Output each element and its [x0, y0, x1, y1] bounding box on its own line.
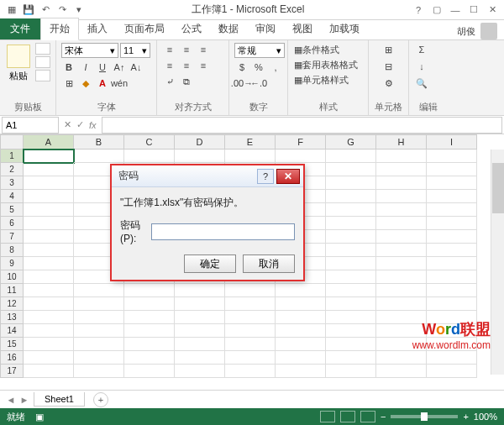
cell[interactable]: [326, 338, 376, 351]
cell[interactable]: [74, 324, 124, 338]
macro-record-icon[interactable]: ▣: [35, 412, 44, 422]
row-header[interactable]: 12: [0, 297, 24, 311]
paste-button[interactable]: 粘贴: [5, 43, 32, 84]
cancel-button[interactable]: 取消: [243, 254, 295, 273]
cell[interactable]: [376, 365, 427, 378]
cell[interactable]: [376, 257, 427, 270]
cell[interactable]: [427, 217, 477, 230]
close-icon[interactable]: ✕: [484, 3, 501, 17]
autosum-icon[interactable]: Σ: [414, 43, 429, 56]
col-header[interactable]: A: [24, 134, 74, 150]
cell[interactable]: [276, 351, 326, 365]
normal-view-icon[interactable]: [320, 411, 335, 422]
ok-button[interactable]: 确定: [184, 254, 236, 273]
insert-cell-icon[interactable]: ⊞: [381, 43, 396, 56]
cell[interactable]: [24, 190, 74, 203]
cell[interactable]: [24, 351, 74, 365]
col-header[interactable]: H: [376, 134, 427, 150]
user-area[interactable]: 胡俊: [457, 23, 504, 39]
row-header[interactable]: 4: [0, 190, 24, 203]
minimize-icon[interactable]: —: [447, 3, 464, 17]
cell[interactable]: [225, 351, 276, 365]
cell[interactable]: [427, 284, 477, 297]
increase-font-icon[interactable]: A↑: [112, 60, 127, 74]
cell[interactable]: [326, 351, 376, 365]
col-header[interactable]: D: [175, 134, 225, 150]
cell-styles-button[interactable]: ▦ 单元格样式: [293, 73, 349, 87]
comma-icon[interactable]: ,: [268, 60, 283, 74]
font-size-dropdown[interactable]: 11▾: [120, 43, 150, 58]
select-all-corner[interactable]: [0, 134, 24, 150]
fx-icon[interactable]: fx: [89, 120, 97, 130]
cell[interactable]: [24, 163, 74, 176]
help-icon[interactable]: ?: [410, 3, 427, 17]
cell[interactable]: [24, 365, 74, 378]
cell[interactable]: [74, 150, 124, 163]
cell[interactable]: [24, 244, 74, 257]
wrap-text-icon[interactable]: ⤶: [162, 75, 177, 88]
cell[interactable]: [376, 150, 427, 163]
delete-cell-icon[interactable]: ⊟: [381, 60, 396, 73]
cell[interactable]: [376, 163, 427, 176]
col-header[interactable]: I: [427, 134, 477, 150]
increase-decimal-icon[interactable]: .00→: [234, 76, 249, 90]
cell[interactable]: [225, 365, 276, 378]
page-layout-view-icon[interactable]: [340, 411, 355, 422]
cell[interactable]: [427, 230, 477, 244]
cell[interactable]: [74, 311, 124, 324]
cell[interactable]: [326, 203, 376, 217]
font-name-dropdown[interactable]: 宋体▾: [61, 43, 118, 58]
cell[interactable]: [24, 176, 74, 190]
number-format-dropdown[interactable]: 常规▾: [234, 43, 285, 58]
currency-icon[interactable]: $: [234, 60, 249, 74]
italic-icon[interactable]: I: [78, 60, 93, 74]
tab-data[interactable]: 数据: [210, 18, 247, 39]
cell[interactable]: [427, 176, 477, 190]
cell[interactable]: [326, 176, 376, 190]
align-center-icon[interactable]: ≡: [179, 59, 194, 72]
cell[interactable]: [276, 284, 326, 297]
row-header[interactable]: 6: [0, 217, 24, 230]
cell[interactable]: [124, 150, 175, 163]
sheet-nav-next-icon[interactable]: ►: [18, 394, 30, 406]
row-header[interactable]: 9: [0, 257, 24, 270]
cut-icon[interactable]: [35, 43, 50, 55]
dialog-help-button[interactable]: ?: [257, 169, 274, 184]
cell[interactable]: [276, 324, 326, 338]
cell[interactable]: [326, 365, 376, 378]
cancel-formula-icon[interactable]: ✕: [64, 119, 71, 130]
enter-formula-icon[interactable]: ✓: [76, 119, 84, 130]
bold-icon[interactable]: B: [61, 60, 76, 74]
cell[interactable]: [24, 270, 74, 284]
cell[interactable]: [427, 365, 477, 378]
cell[interactable]: [24, 311, 74, 324]
row-header[interactable]: 13: [0, 311, 24, 324]
zoom-in-icon[interactable]: +: [463, 412, 468, 422]
cell[interactable]: [276, 365, 326, 378]
border-icon[interactable]: ⊞: [61, 76, 76, 90]
cell[interactable]: [24, 297, 74, 311]
cell[interactable]: [376, 176, 427, 190]
tab-home[interactable]: 开始: [40, 18, 79, 40]
row-header[interactable]: 14: [0, 324, 24, 338]
cell[interactable]: [326, 324, 376, 338]
cell[interactable]: [326, 297, 376, 311]
cell[interactable]: [225, 297, 276, 311]
name-box[interactable]: A1: [2, 117, 59, 134]
cell[interactable]: [175, 311, 225, 324]
row-header[interactable]: 2: [0, 163, 24, 176]
cell[interactable]: [175, 365, 225, 378]
col-header[interactable]: G: [326, 134, 376, 150]
copy-icon[interactable]: [35, 56, 50, 68]
save-icon[interactable]: 💾: [22, 3, 35, 17]
password-input[interactable]: [151, 223, 295, 240]
cell[interactable]: [427, 270, 477, 284]
zoom-level[interactable]: 100%: [474, 412, 497, 422]
zoom-out-icon[interactable]: −: [381, 412, 386, 422]
cell[interactable]: [427, 297, 477, 311]
row-header[interactable]: 7: [0, 230, 24, 244]
cell[interactable]: [276, 311, 326, 324]
cell[interactable]: [276, 297, 326, 311]
cell[interactable]: [24, 217, 74, 230]
font-color-icon[interactable]: A: [95, 76, 110, 90]
